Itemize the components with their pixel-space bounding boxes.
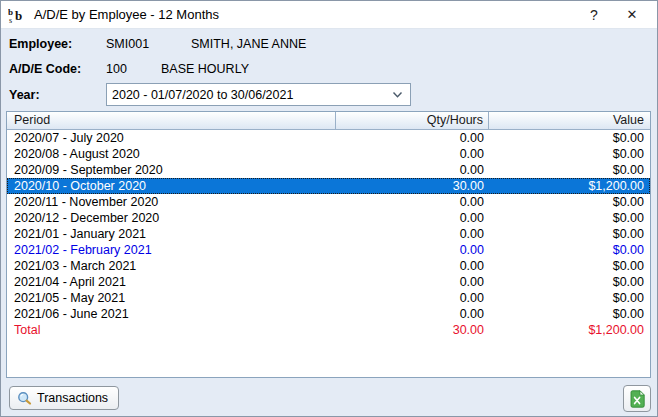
table-row[interactable]: 2021/04 - April 20210.00$0.00: [7, 274, 650, 290]
cell-value: $0.00: [489, 258, 650, 274]
cell-qty-hours: 0.00: [336, 258, 489, 274]
employee-name: SMITH, JANE ANNE: [191, 37, 306, 51]
cell-qty-hours: 0.00: [336, 290, 489, 306]
cell-qty-hours: 0.00: [336, 274, 489, 290]
period-table: Period Qty/Hours Value 2020/07 - July 20…: [6, 111, 651, 378]
cell-qty-hours: 0.00: [336, 162, 489, 178]
cell-period: 2020/10 - October 2020: [7, 178, 336, 194]
svg-text:s: s: [9, 16, 12, 24]
table-header: Period Qty/Hours Value: [7, 112, 650, 130]
table-row[interactable]: 2020/09 - September 20200.00$0.00: [7, 162, 650, 178]
title-bar: b s b A/D/E by Employee - 12 Months ? ✕: [1, 1, 657, 29]
cell-value: $1,200.00: [489, 178, 650, 194]
cell-period: 2020/09 - September 2020: [7, 162, 336, 178]
cell-period: 2021/04 - April 2021: [7, 274, 336, 290]
cell-qty-hours: 0.00: [336, 210, 489, 226]
table-row[interactable]: 2020/12 - December 20200.00$0.00: [7, 210, 650, 226]
chevron-down-icon: [392, 91, 403, 99]
cell-value: $0.00: [489, 146, 650, 162]
column-header-qty-hours[interactable]: Qty/Hours: [336, 112, 489, 129]
cell-qty-hours: 0.00: [336, 242, 489, 258]
magnifier-icon: [17, 391, 32, 406]
help-button[interactable]: ?: [581, 1, 607, 28]
cell-qty-hours: 0.00: [336, 306, 489, 322]
ade-code-label: A/D/E Code:: [9, 62, 81, 76]
cell-period: 2021/03 - March 2021: [7, 258, 336, 274]
transactions-button-label: Transactions: [37, 391, 108, 405]
cell-period: 2021/05 - May 2021: [7, 290, 336, 306]
cell-qty-hours: 0.00: [336, 130, 489, 146]
employee-code: SMI001: [106, 37, 149, 51]
total-value: $1,200.00: [489, 322, 650, 338]
cell-period: 2020/12 - December 2020: [7, 210, 336, 226]
cell-value: $0.00: [489, 210, 650, 226]
ade-code: 100: [106, 62, 127, 76]
table-row[interactable]: 2021/02 - February 20210.00$0.00: [7, 242, 650, 258]
year-select-value: 2020 - 01/07/2020 to 30/06/2021: [107, 88, 392, 102]
cell-value: $0.00: [489, 274, 650, 290]
column-header-value[interactable]: Value: [489, 112, 650, 129]
cell-value: $0.00: [489, 242, 650, 258]
total-row: Total 30.00 $1,200.00: [7, 322, 650, 338]
export-excel-button[interactable]: [623, 385, 651, 412]
cell-period: 2021/02 - February 2021: [7, 242, 336, 258]
table-row[interactable]: 2020/10 - October 202030.00$1,200.00: [7, 178, 650, 194]
excel-file-icon: [630, 390, 645, 408]
cell-period: 2020/08 - August 2020: [7, 146, 336, 162]
transactions-button[interactable]: Transactions: [9, 386, 119, 410]
close-button[interactable]: ✕: [619, 1, 645, 28]
cell-value: $0.00: [489, 290, 650, 306]
table-row[interactable]: 2021/06 - June 20210.00$0.00: [7, 306, 650, 322]
table-row[interactable]: 2021/05 - May 20210.00$0.00: [7, 290, 650, 306]
table-row[interactable]: 2020/08 - August 20200.00$0.00: [7, 146, 650, 162]
cell-qty-hours: 30.00: [336, 178, 489, 194]
cell-value: $0.00: [489, 194, 650, 210]
cell-value: $0.00: [489, 226, 650, 242]
cell-period: 2020/11 - November 2020: [7, 194, 336, 210]
year-label: Year:: [9, 88, 40, 102]
table-row[interactable]: 2020/11 - November 20200.00$0.00: [7, 194, 650, 210]
year-select[interactable]: 2020 - 01/07/2020 to 30/06/2021: [106, 83, 411, 106]
total-label: Total: [7, 322, 336, 338]
cell-qty-hours: 0.00: [336, 226, 489, 242]
cell-period: 2021/01 - January 2021: [7, 226, 336, 242]
cell-value: $0.00: [489, 130, 650, 146]
total-qty: 30.00: [336, 322, 489, 338]
ade-name: BASE HOURLY: [161, 62, 249, 76]
cell-qty-hours: 0.00: [336, 194, 489, 210]
period-table-body: 2020/07 - July 20200.00$0.002020/08 - Au…: [7, 130, 650, 322]
cell-period: 2021/06 - June 2021: [7, 306, 336, 322]
table-row[interactable]: 2020/07 - July 20200.00$0.00: [7, 130, 650, 146]
table-row[interactable]: 2021/01 - January 20210.00$0.00: [7, 226, 650, 242]
app-logo-icon: b s b: [8, 6, 28, 24]
employee-label: Employee:: [9, 37, 72, 51]
svg-text:b: b: [15, 8, 22, 23]
table-row[interactable]: 2021/03 - March 20210.00$0.00: [7, 258, 650, 274]
cell-value: $0.00: [489, 162, 650, 178]
cell-period: 2020/07 - July 2020: [7, 130, 336, 146]
cell-value: $0.00: [489, 306, 650, 322]
dialog-window: b s b A/D/E by Employee - 12 Months ? ✕ …: [0, 0, 658, 417]
cell-qty-hours: 0.00: [336, 146, 489, 162]
column-header-period[interactable]: Period: [7, 112, 336, 129]
window-title: A/D/E by Employee - 12 Months: [34, 7, 219, 22]
